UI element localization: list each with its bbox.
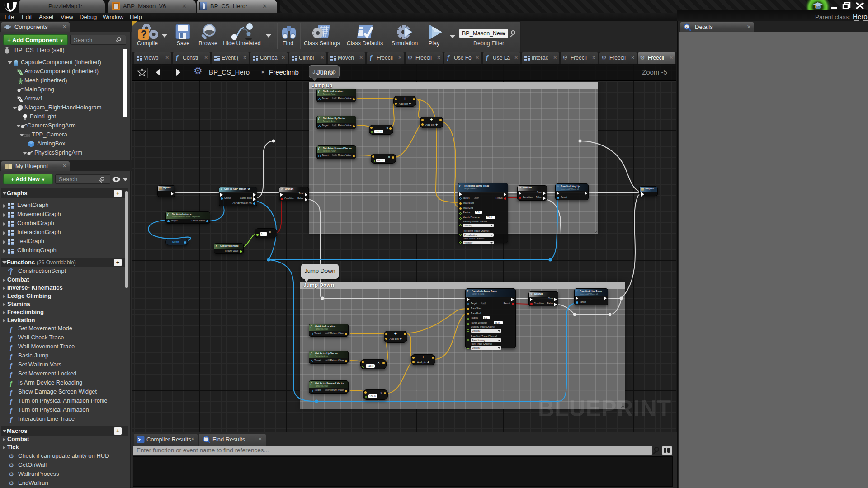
- svg-text:?: ?: [141, 28, 147, 40]
